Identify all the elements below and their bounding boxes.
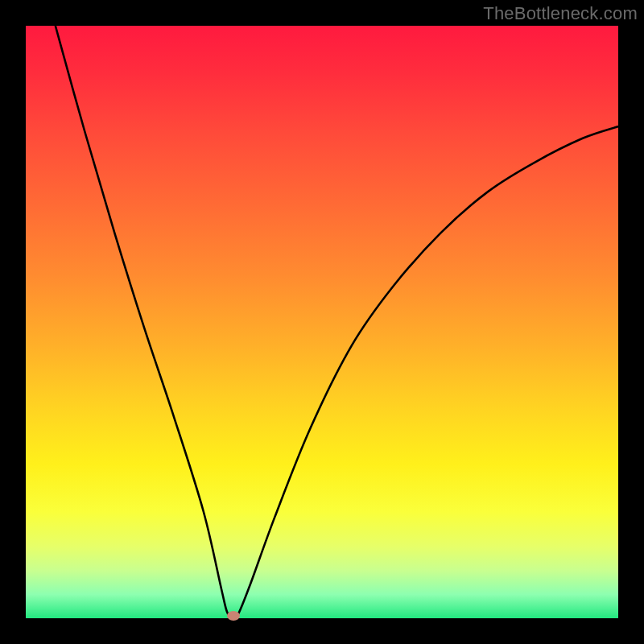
chart-frame: TheBottleneck.com xyxy=(0,0,644,644)
plot-area xyxy=(26,26,618,618)
curve-svg xyxy=(26,26,618,618)
watermark-text: TheBottleneck.com xyxy=(483,3,638,24)
bottleneck-curve xyxy=(56,26,618,618)
